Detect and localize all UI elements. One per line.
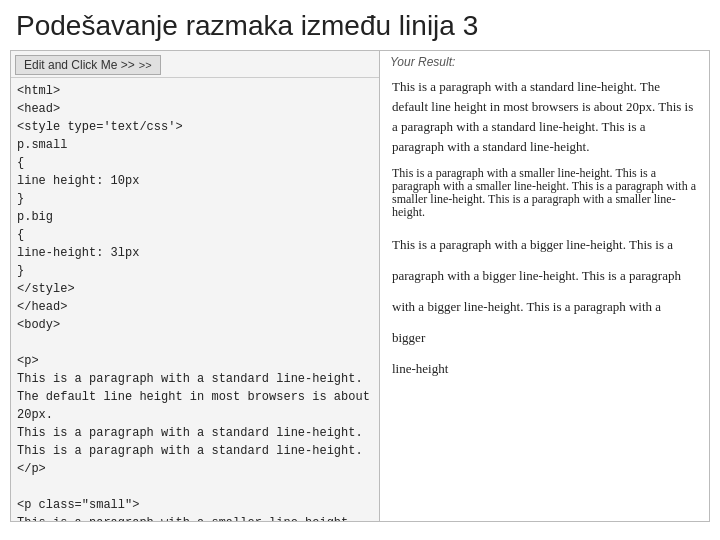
paragraph-standard: This is a paragraph with a standard line… bbox=[392, 77, 697, 157]
right-panel: Your Result: This is a paragraph with a … bbox=[380, 50, 710, 522]
edit-bar-arrow-icon: >> bbox=[139, 59, 152, 71]
main-area: Edit and Click Me >> >> <html> <head> <s… bbox=[0, 50, 720, 532]
left-panel: Edit and Click Me >> >> <html> <head> <s… bbox=[10, 50, 380, 522]
para-big-line4: line-height bbox=[392, 361, 448, 376]
page-title: Podešavanje razmaka između linija 3 bbox=[0, 0, 720, 50]
paragraph-big: This is a paragraph with a bigger line-h… bbox=[392, 229, 697, 384]
result-label: Your Result: bbox=[380, 51, 709, 71]
para-big-line2: paragraph with a bigger line-height. Thi… bbox=[392, 268, 681, 283]
edit-bar-button[interactable]: Edit and Click Me >> >> bbox=[15, 55, 161, 75]
result-content: This is a paragraph with a standard line… bbox=[380, 71, 709, 521]
para-big-line1: This is a paragraph with a bigger line-h… bbox=[392, 237, 673, 252]
code-editor[interactable]: <html> <head> <style type='text/css'> p.… bbox=[11, 77, 379, 521]
edit-bar-label: Edit and Click Me >> bbox=[24, 58, 135, 72]
paragraph-small: This is a paragraph with a smaller line-… bbox=[392, 167, 697, 219]
para-big-line3: with a bigger line-height. This is a par… bbox=[392, 299, 661, 345]
